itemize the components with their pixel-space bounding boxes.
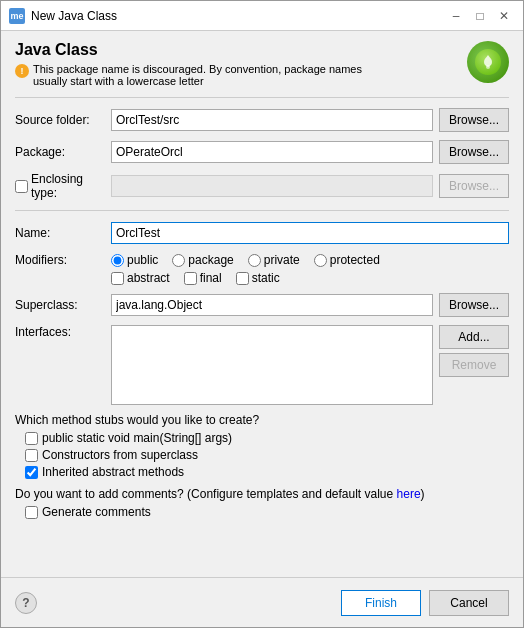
comments-section: Do you want to add comments? (Configure … (15, 487, 509, 519)
modifier-abstract[interactable]: abstract (111, 271, 170, 285)
stubs-options: public static void main(String[] args) C… (15, 431, 509, 479)
modifier-public-radio[interactable] (111, 254, 124, 267)
interfaces-buttons: Add... Remove (439, 325, 509, 377)
java-logo (467, 41, 509, 83)
source-folder-browse-button[interactable]: Browse... (439, 108, 509, 132)
stub-inherited[interactable]: Inherited abstract methods (25, 465, 509, 479)
dialog-header: Java Class ! This package name is discou… (15, 41, 509, 87)
package-browse-button[interactable]: Browse... (439, 140, 509, 164)
enclosing-type-input (111, 175, 433, 197)
dialog-window: me New Java Class – □ ✕ Java Class ! Thi… (0, 0, 524, 628)
generate-comments-label: Generate comments (42, 505, 151, 519)
interfaces-row: Interfaces: Add... Remove (15, 325, 509, 405)
modifier-private-radio[interactable] (248, 254, 261, 267)
package-row: Package: Browse... (15, 140, 509, 164)
generate-comments-row[interactable]: Generate comments (15, 505, 509, 519)
modifier-package-radio[interactable] (172, 254, 185, 267)
package-label: Package: (15, 145, 105, 159)
name-row: Name: (15, 221, 509, 245)
stub-main-checkbox[interactable] (25, 432, 38, 445)
interfaces-remove-button: Remove (439, 353, 509, 377)
dialog-title: Java Class (15, 41, 467, 59)
warning-text: This package name is discouraged. By con… (33, 63, 395, 87)
finish-button[interactable]: Finish (341, 590, 421, 616)
window-title: New Java Class (31, 9, 445, 23)
stub-constructors-label: Constructors from superclass (42, 448, 198, 462)
warning-row: ! This package name is discouraged. By c… (15, 63, 395, 87)
interfaces-label: Interfaces: (15, 325, 105, 339)
help-button[interactable]: ? (15, 592, 37, 614)
stubs-title: Which method stubs would you like to cre… (15, 413, 509, 427)
modifiers-row: Modifiers: public package private protec… (15, 253, 509, 285)
modifiers-checkbox-group: abstract final static (111, 271, 509, 285)
window-controls: – □ ✕ (445, 5, 515, 27)
svg-point-0 (486, 65, 490, 69)
generate-comments-checkbox[interactable] (25, 506, 38, 519)
close-button[interactable]: ✕ (493, 5, 515, 27)
cancel-button[interactable]: Cancel (429, 590, 509, 616)
source-folder-row: Source folder: Browse... (15, 108, 509, 132)
title-bar: me New Java Class – □ ✕ (1, 1, 523, 31)
superclass-row: Superclass: Browse... (15, 293, 509, 317)
footer-left: ? (15, 592, 37, 614)
modifier-static-checkbox[interactable] (236, 272, 249, 285)
stub-constructors-checkbox[interactable] (25, 449, 38, 462)
footer-right: Finish Cancel (341, 590, 509, 616)
name-input[interactable] (111, 222, 509, 244)
java-logo-svg (479, 53, 497, 71)
modifier-protected[interactable]: protected (314, 253, 380, 267)
modifier-abstract-checkbox[interactable] (111, 272, 124, 285)
stubs-section: Which method stubs would you like to cre… (15, 413, 509, 479)
header-title-block: Java Class ! This package name is discou… (15, 41, 467, 87)
enclosing-type-row: Enclosing type: Browse... (15, 172, 509, 200)
modifier-final[interactable]: final (184, 271, 222, 285)
modifier-package[interactable]: package (172, 253, 233, 267)
superclass-input[interactable] (111, 294, 433, 316)
modifier-public[interactable]: public (111, 253, 158, 267)
name-label: Name: (15, 226, 105, 240)
modifier-protected-radio[interactable] (314, 254, 327, 267)
superclass-browse-button[interactable]: Browse... (439, 293, 509, 317)
interfaces-add-button[interactable]: Add... (439, 325, 509, 349)
comments-configure-link[interactable]: here (397, 487, 421, 501)
source-folder-input[interactable] (111, 109, 433, 131)
minimize-button[interactable]: – (445, 5, 467, 27)
header-divider (15, 97, 509, 98)
enclosing-type-checkbox[interactable] (15, 180, 28, 193)
modifiers-options: public package private protected abstrac… (111, 253, 509, 285)
dialog-footer: ? Finish Cancel (1, 577, 523, 627)
stub-main-label: public static void main(String[] args) (42, 431, 232, 445)
stub-inherited-label: Inherited abstract methods (42, 465, 184, 479)
stub-constructors[interactable]: Constructors from superclass (25, 448, 509, 462)
stub-main[interactable]: public static void main(String[] args) (25, 431, 509, 445)
app-icon: me (9, 8, 25, 24)
modifier-final-checkbox[interactable] (184, 272, 197, 285)
interfaces-list (111, 325, 433, 405)
warning-icon: ! (15, 64, 29, 78)
source-folder-label: Source folder: (15, 113, 105, 127)
maximize-button[interactable]: □ (469, 5, 491, 27)
enclosing-type-label: Enclosing type: (31, 172, 105, 200)
superclass-label: Superclass: (15, 298, 105, 312)
stub-inherited-checkbox[interactable] (25, 466, 38, 479)
modifiers-radio-group: public package private protected (111, 253, 509, 267)
modifier-private[interactable]: private (248, 253, 300, 267)
dialog-content: Java Class ! This package name is discou… (1, 31, 523, 577)
mid-divider (15, 210, 509, 211)
modifier-static[interactable]: static (236, 271, 280, 285)
package-input[interactable] (111, 141, 433, 163)
java-logo-inner (475, 49, 501, 75)
modifiers-label: Modifiers: (15, 253, 105, 267)
enclosing-type-browse-button: Browse... (439, 174, 509, 198)
comments-title: Do you want to add comments? (Configure … (15, 487, 509, 501)
